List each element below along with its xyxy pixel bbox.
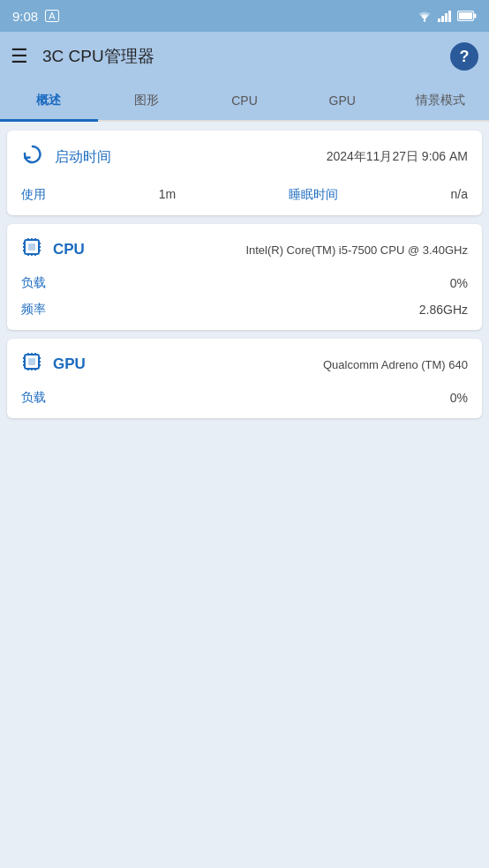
boot-label: 启动时间 (55, 148, 111, 167)
cpu-card: CPU Intel(R) Core(TM) i5-7500 CPU @ 3.40… (7, 224, 482, 330)
cpu-chip-icon (21, 236, 42, 263)
gpu-title: GPU (53, 355, 86, 373)
svg-rect-2 (441, 16, 444, 22)
svg-rect-23 (28, 358, 35, 365)
app-title: 3C CPU管理器 (42, 45, 436, 68)
content-area: 启动时间 2024年11月27日 9:06 AM 使用 1m 睡眠时间 n/a (0, 122, 489, 833)
menu-icon[interactable]: ☰ (11, 47, 28, 66)
gpu-chip-icon (21, 351, 42, 378)
gpu-load-label: 负载 (21, 390, 46, 406)
gpu-load-value: 0% (450, 391, 468, 405)
tab-graph[interactable]: 图形 (98, 81, 196, 120)
status-android-icon: A (45, 10, 58, 22)
tab-scene[interactable]: 情景模式 (391, 81, 489, 120)
boot-card: 启动时间 2024年11月27日 9:06 AM 使用 1m 睡眠时间 n/a (7, 131, 482, 215)
cpu-load-label: 负载 (21, 275, 46, 291)
gpu-card: GPU Qualcomm Adreno (TM) 640 负载 0% (7, 339, 482, 418)
gpu-subtitle: Qualcomm Adreno (TM) 640 (96, 358, 468, 371)
gpu-load-row: 负载 0% (7, 385, 482, 418)
status-bar-left: 9:08 A (12, 9, 59, 24)
status-time: 9:08 (12, 9, 38, 24)
sleep-value: n/a (451, 187, 468, 203)
bottom-space (7, 427, 482, 824)
boot-icon (21, 143, 44, 171)
svg-rect-9 (28, 243, 35, 251)
svg-rect-4 (448, 11, 451, 22)
cpu-freq-row: 频率 2.86GHz (7, 296, 482, 330)
cpu-subtitle: Intel(R) Core(TM) i5-7500 CPU @ 3.40GHz (95, 243, 468, 257)
app-bar: ☰ 3C CPU管理器 ? (0, 32, 489, 81)
cpu-freq-label: 频率 (21, 302, 46, 318)
cpu-title: CPU (53, 241, 85, 258)
wifi-icon (417, 10, 433, 22)
svg-rect-1 (438, 19, 440, 22)
tab-gpu[interactable]: GPU (293, 81, 391, 120)
status-bar-right (417, 10, 477, 22)
tab-overview[interactable]: 概述 (0, 81, 98, 120)
tab-cpu[interactable]: CPU (196, 81, 294, 120)
tab-bar: 概述 图形 CPU GPU 情景模式 (0, 81, 489, 122)
usage-label: 使用 (21, 187, 46, 203)
cpu-header: CPU Intel(R) Core(TM) i5-7500 CPU @ 3.40… (7, 224, 482, 270)
svg-rect-6 (474, 14, 477, 19)
svg-point-0 (424, 19, 425, 21)
help-button[interactable]: ? (450, 42, 478, 71)
cpu-freq-value: 2.86GHz (419, 303, 468, 317)
battery-icon (457, 11, 477, 21)
cpu-load-row: 负载 0% (7, 270, 482, 296)
usage-value: 1m (159, 187, 176, 203)
status-bar: 9:08 A (0, 0, 489, 32)
boot-sub-row: 使用 1m 睡眠时间 n/a (7, 183, 482, 215)
gpu-header: GPU Qualcomm Adreno (TM) 640 (7, 339, 482, 385)
sleep-label: 睡眠时间 (289, 187, 338, 203)
svg-rect-3 (445, 13, 448, 22)
boot-time-value: 2024年11月27日 9:06 AM (122, 149, 468, 165)
cpu-load-value: 0% (450, 276, 468, 290)
svg-rect-7 (459, 12, 472, 19)
boot-time-row: 启动时间 2024年11月27日 9:06 AM (7, 131, 482, 183)
signal-icon (438, 10, 452, 22)
